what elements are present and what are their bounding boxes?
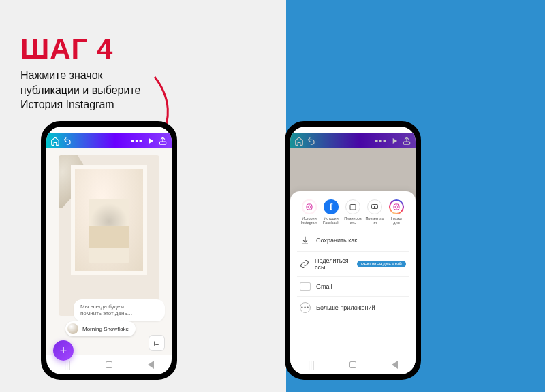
more-apps-icon: •••: [300, 302, 311, 313]
editor-canvas[interactable]: Мы всегда будем помнить этот день… Morni…: [46, 148, 172, 355]
instagram-icon: [389, 199, 404, 214]
home-icon[interactable]: [50, 136, 60, 146]
svg-rect-1: [155, 340, 159, 345]
svg-rect-6: [350, 205, 356, 210]
tutorial-slide: ШАГ 4 Нажмите значок публикации и выбери…: [0, 0, 545, 392]
share-target-instagram-story[interactable]: ИсторияInstagram: [298, 199, 320, 226]
share-targets-row: ИсторияInstagram f ИсторияFacebook Плани…: [297, 199, 409, 229]
author-chip[interactable]: Morning Snowflake: [65, 321, 136, 336]
home-icon: [294, 136, 304, 146]
home-nav-icon[interactable]: [349, 361, 356, 368]
instruction-line: публикации и выберите: [20, 84, 140, 96]
play-icon: [390, 136, 399, 146]
author-name: Morning Snowflake: [82, 326, 129, 332]
recommended-badge: РЕКОМЕНДУЕМЫЙ: [357, 261, 406, 267]
gmail-icon: [300, 282, 311, 291]
option-label: Сохранить как…: [316, 237, 363, 244]
link-icon: [300, 259, 309, 270]
photo-frame: [71, 165, 147, 275]
step-title: ШАГ 4: [20, 33, 113, 65]
recents-icon[interactable]: |||: [64, 360, 70, 370]
svg-rect-2: [403, 142, 409, 144]
svg-point-10: [398, 205, 399, 206]
svg-point-4: [308, 206, 311, 208]
home-nav-icon[interactable]: [106, 361, 112, 368]
option-share-link[interactable]: Поделиться ссы… РЕКОМЕНДУЕМЫЙ: [297, 251, 409, 276]
option-label: Поделиться ссы…: [315, 257, 352, 271]
share-icon[interactable]: [158, 136, 168, 146]
play-icon[interactable]: [146, 136, 155, 146]
caption-bubble[interactable]: Мы всегда будем помнить этот день…: [74, 299, 165, 321]
android-navbar: |||: [290, 358, 416, 372]
facebook-icon: f: [324, 199, 339, 214]
svg-point-9: [395, 206, 398, 208]
more-icon: •••: [375, 136, 387, 146]
undo-icon: [307, 136, 316, 146]
back-nav-icon[interactable]: [148, 361, 154, 369]
option-save-as[interactable]: Сохранить как…: [297, 229, 409, 251]
share-bottom-sheet: ИсторияInstagram f ИсторияFacebook Плани…: [290, 191, 416, 374]
undo-icon[interactable]: [63, 136, 72, 146]
story-template[interactable]: [59, 155, 159, 316]
option-label: Gmail: [316, 283, 332, 290]
option-more-apps[interactable]: ••• Больше приложений: [297, 296, 409, 318]
phone-mockup-share-sheet: ••• ИсторияInstagram: [285, 121, 421, 380]
share-icon: [402, 136, 411, 146]
android-navbar: |||: [46, 358, 172, 372]
instruction-line: Нажмите значок: [20, 69, 103, 81]
instruction-line: История Instagram: [20, 99, 114, 110]
present-icon: [367, 199, 382, 214]
step-instruction: Нажмите значок публикации и выберите Ист…: [20, 68, 140, 112]
pages-button[interactable]: [149, 335, 165, 351]
avatar: [67, 323, 78, 334]
back-nav-icon[interactable]: [392, 361, 398, 369]
editor-app-bar: •••: [290, 133, 416, 148]
share-target-schedule[interactable]: Планировать: [342, 199, 364, 226]
instagram-icon: [302, 199, 317, 214]
share-target-present[interactable]: Презентация: [364, 199, 386, 226]
caption-text: помнить этот день…: [80, 310, 133, 316]
svg-point-5: [311, 205, 311, 206]
phone-mockup-editor: ••• Мы всегда будем помнить этот д: [41, 121, 177, 380]
option-label: Больше приложений: [316, 304, 375, 311]
download-icon: [300, 235, 311, 246]
calendar-icon: [345, 199, 360, 214]
svg-rect-0: [159, 142, 166, 144]
option-gmail[interactable]: Gmail: [297, 276, 409, 296]
photo-placeholder: [89, 199, 129, 263]
share-target-facebook-story[interactable]: f ИсторияFacebook: [320, 199, 342, 226]
more-icon[interactable]: •••: [131, 136, 143, 146]
editor-app-bar: •••: [46, 133, 172, 148]
caption-text: Мы всегда будем: [80, 304, 124, 310]
recents-icon[interactable]: |||: [308, 360, 314, 370]
share-target-instagram[interactable]: Instagrдля: [386, 199, 407, 226]
